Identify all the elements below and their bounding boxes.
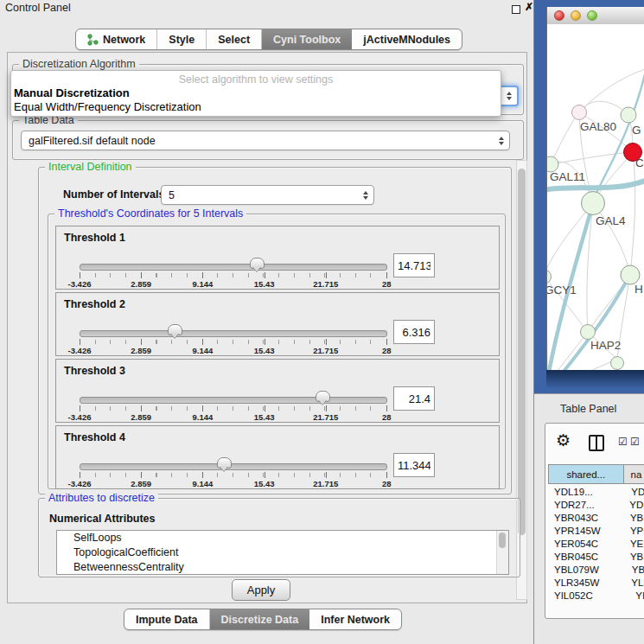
table-header-row: shared... na — [548, 464, 644, 484]
checkbox-icon[interactable]: ☑ — [630, 437, 640, 447]
numerical-attributes-label: Numerical Attributes — [49, 513, 155, 525]
control-panel-title: Control Panel — [5, 2, 71, 14]
tab-cyni-toolbox[interactable]: Cyni Toolbox — [262, 29, 352, 49]
network-icon — [87, 34, 99, 46]
threshold-2-panel: Threshold 2 -3.426 2.859 9.144 15.43 21.… — [55, 292, 500, 356]
slider-thumb[interactable] — [250, 258, 265, 269]
scrollbar-thumb[interactable] — [518, 169, 526, 535]
threshold-1-value-field[interactable] — [393, 253, 435, 277]
slider-track[interactable] — [80, 330, 387, 337]
minimize-traffic-light-icon[interactable] — [571, 10, 581, 21]
network-window-titlebar[interactable] — [547, 7, 644, 25]
slider-thumb[interactable] — [217, 457, 232, 469]
node-table: shared... na YDL19...YDL1 YDR27...YDR2 Y… — [548, 464, 644, 618]
slider-thumb[interactable] — [168, 324, 182, 335]
number-of-intervals-combobox[interactable]: 5 — [161, 185, 374, 205]
node-bottom[interactable] — [611, 357, 624, 370]
close-traffic-light-icon[interactable] — [554, 10, 564, 21]
threshold-3-value-field[interactable] — [393, 386, 435, 411]
threshold-1-label: Threshold 1 — [64, 232, 125, 244]
threshold-4-panel: Threshold 4 -3.426 2.859 9.144 15.43 21.… — [55, 425, 500, 489]
thresholds-group: Threshold's Coordinates for 5 Intervals … — [48, 214, 506, 489]
node-h[interactable] — [621, 265, 640, 284]
gear-icon[interactable]: ⚙ — [556, 432, 571, 449]
tab-discretize-data[interactable]: Discretize Data — [210, 609, 310, 629]
table-row[interactable]: YIL052CYIL0 — [548, 590, 644, 601]
algorithm-popup-hint: Select algorithm to view settings — [11, 73, 501, 86]
table-panel: Table Panel ⚙ ☑ ☑ shared... na YDL19...Y… — [534, 393, 644, 644]
table-data-combo-value: galFiltered.sif default node — [29, 135, 156, 147]
combo-arrows-icon — [499, 137, 504, 145]
close-icon[interactable]: ✗ — [525, 1, 533, 13]
algorithm-option-manual[interactable]: Manual Discretization — [14, 86, 130, 99]
node-label: GAL11 — [550, 170, 585, 183]
table-data-combobox[interactable]: galFiltered.sif default node — [21, 131, 510, 150]
table-row[interactable]: YPR145WYPR1 — [548, 525, 644, 538]
node-gcy1[interactable] — [547, 270, 552, 284]
table-row[interactable]: YBR045CYBR0 — [548, 551, 644, 564]
node-label: G — [632, 124, 641, 137]
table-row[interactable]: YER054CYER0 — [548, 538, 644, 551]
interval-definition-label: Interval Definition — [45, 161, 136, 173]
number-of-intervals-label: Number of Intervals — [63, 188, 164, 201]
slider-track[interactable] — [80, 463, 387, 470]
column-header-name[interactable]: na — [624, 464, 644, 484]
tab-impute-data[interactable]: Impute Data — [124, 609, 210, 629]
threshold-2-slider[interactable]: -3.426 2.859 9.144 15.43 21.715 28 — [80, 324, 387, 355]
number-of-intervals-value: 5 — [169, 189, 175, 201]
node-label: GCY1 — [547, 284, 577, 296]
column-header-shared[interactable]: shared... — [548, 464, 624, 484]
slider-minor-ticks — [80, 473, 386, 477]
scrollbar-thumb[interactable] — [499, 532, 506, 548]
node-label: H — [634, 283, 643, 296]
network-view-window: GAL80 G C GAL11 GAL4 GCY1 H HAP2 — [546, 7, 644, 370]
attributes-group: Attributes to discretize Numerical Attri… — [38, 498, 520, 577]
network-canvas[interactable]: GAL80 G C GAL11 GAL4 GCY1 H HAP2 — [547, 24, 644, 370]
list-item[interactable]: BetweennessCentrality — [57, 560, 508, 575]
slider-minor-ticks — [80, 406, 386, 411]
cyni-bottom-tabs: Impute Data Discretize Data Infer Networ… — [124, 609, 402, 630]
interval-definition-group: Interval Definition Number of Intervals … — [38, 167, 512, 494]
threshold-4-value-field[interactable] — [393, 453, 435, 477]
slider-minor-ticks — [80, 340, 386, 344]
tab-infer-network[interactable]: Infer Network — [309, 609, 401, 629]
checkbox-icon[interactable]: ☑ — [618, 437, 628, 447]
float-window-icon[interactable] — [512, 5, 520, 14]
list-scrollbar[interactable] — [496, 531, 508, 574]
apply-button[interactable]: Apply — [232, 579, 290, 601]
algorithm-option-equal-width[interactable]: Equal Width/Frequency Discretization — [14, 100, 201, 113]
node-label: GAL80 — [580, 120, 616, 133]
node-hap2[interactable] — [581, 325, 596, 340]
slider-thumb[interactable] — [316, 391, 330, 402]
tab-jactivemnodules[interactable]: jActiveMNodules — [352, 29, 462, 49]
split-columns-icon[interactable] — [589, 435, 604, 451]
table-row[interactable]: YDL19...YDL1 — [548, 486, 644, 499]
threshold-4-slider[interactable]: -3.426 2.859 9.144 15.43 21.715 28 — [80, 457, 387, 488]
table-rows: YDL19...YDL1 YDR27...YDR2 YBR043CYBR0 YP… — [548, 486, 644, 601]
threshold-2-value-field[interactable] — [393, 320, 435, 344]
node-gal80[interactable] — [572, 105, 587, 120]
slider-track[interactable] — [80, 264, 387, 271]
threshold-1-slider[interactable]: -3.426 2.859 9.144 15.43 21.715 28 — [80, 258, 387, 289]
table-row[interactable]: YLR345WYLR3 — [548, 577, 644, 590]
control-panel-window: Control Panel ✗ Network Style Select Cyn… — [0, 0, 534, 644]
threshold-3-label: Threshold 3 — [64, 365, 125, 377]
slider-track[interactable] — [80, 397, 387, 404]
combo-arrows-icon — [507, 92, 512, 100]
table-row[interactable]: YBR043CYBR0 — [548, 512, 644, 525]
tab-network[interactable]: Network — [76, 29, 157, 49]
table-row[interactable]: YDR27...YDR2 — [548, 499, 644, 512]
table-row[interactable]: YBL079WYBL0 — [548, 564, 644, 577]
tab-select[interactable]: Select — [207, 29, 262, 49]
tab-style[interactable]: Style — [157, 29, 207, 49]
zoom-traffic-light-icon[interactable] — [587, 10, 597, 21]
thresholds-group-label: Threshold's Coordinates for 5 Intervals — [54, 207, 246, 220]
list-item[interactable]: TopologicalCoefficient — [57, 545, 508, 560]
node-label: C — [635, 156, 644, 169]
numerical-attributes-list: SelfLoops TopologicalCoefficient Between… — [56, 530, 509, 575]
list-item[interactable]: SelfLoops — [57, 531, 508, 545]
threshold-3-panel: Threshold 3 -3.426 2.859 9.144 15.43 21.… — [55, 359, 500, 423]
threshold-3-slider[interactable]: -3.426 2.859 9.144 15.43 21.715 28 — [80, 391, 387, 422]
node-gal4[interactable] — [582, 192, 605, 215]
node-g[interactable] — [621, 107, 636, 123]
